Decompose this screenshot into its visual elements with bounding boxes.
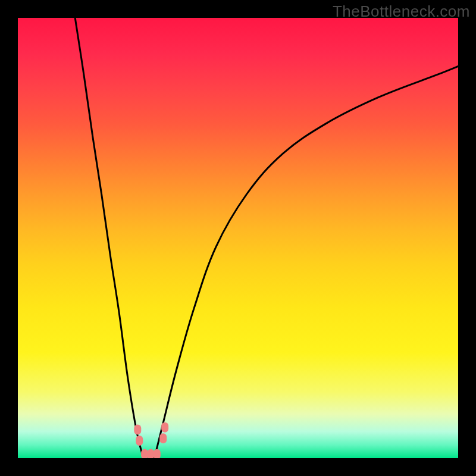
marker-group <box>134 422 168 458</box>
series-left-branch <box>75 18 143 458</box>
curve-paths <box>75 18 458 458</box>
watermark-text: TheBottleneck.com <box>333 2 470 21</box>
chart-frame: TheBottleneck.com <box>0 0 476 476</box>
curve-layer <box>18 18 458 458</box>
valley-marker <box>136 436 143 446</box>
valley-marker <box>134 424 141 434</box>
valley-marker <box>147 449 154 458</box>
valley-marker <box>141 449 148 458</box>
series-right-branch <box>154 66 458 458</box>
valley-marker <box>161 422 168 433</box>
valley-marker <box>154 449 161 458</box>
valley-marker <box>159 433 167 443</box>
plot-area <box>18 18 458 458</box>
